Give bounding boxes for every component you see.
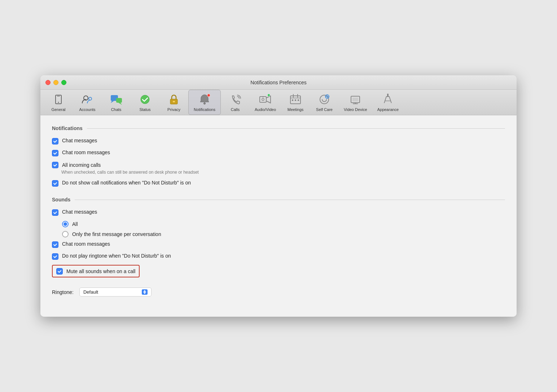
ringtone-select[interactable]: Default [79, 288, 152, 297]
tab-videodevice[interactable]: Video Device [339, 90, 372, 115]
checkbox-chat-room-messages[interactable] [52, 150, 58, 156]
audiovideo-icon [259, 93, 272, 106]
svg-rect-33 [387, 94, 389, 97]
option-chat-messages: Chat messages [52, 138, 505, 144]
svg-point-12 [203, 103, 205, 104]
svg-rect-29 [352, 98, 358, 101]
checkbox-chat-messages[interactable] [52, 138, 58, 144]
tab-status-label: Status [139, 107, 150, 112]
checkbox-mute-on-call[interactable] [56, 268, 63, 275]
tab-chats-label: Chats [111, 107, 122, 112]
label-all-incoming-calls: All incoming calls [62, 162, 101, 168]
tab-accounts-label: Accounts [79, 107, 95, 112]
tab-calls-label: Calls [231, 107, 240, 112]
videodevice-icon [349, 93, 362, 106]
option-dnd-call-notif: Do not show call notifications when "Do … [52, 180, 505, 187]
preferences-window: Notifications Preferences General [40, 75, 517, 317]
tab-videodevice-label: Video Device [344, 107, 367, 112]
mute-on-call-row: Mute all sounds when on a call [52, 265, 140, 277]
notifications-section: Notifications Chat messages Chat room me… [52, 125, 505, 187]
tab-meetings[interactable]: Meetings [281, 90, 310, 115]
label-dnd-call-notif: Do not show call notifications when "Do … [62, 180, 191, 186]
status-icon [139, 93, 152, 106]
ringtone-row: Ringtone: Default [52, 288, 505, 297]
tab-notifications[interactable]: Notifications [188, 90, 221, 115]
tab-chats[interactable]: Chats [102, 90, 131, 115]
tab-audiovideo-label: Audio/Video [255, 107, 276, 112]
notifications-section-title: Notifications [52, 125, 83, 131]
svg-rect-23 [298, 99, 299, 101]
chats-icon [110, 93, 123, 106]
sounds-section-header: Sounds [52, 197, 505, 202]
window-controls [45, 80, 66, 85]
svg-marker-14 [266, 96, 271, 103]
tab-audiovideo[interactable]: Audio/Video [250, 90, 281, 115]
label-radio-all: All [72, 221, 78, 227]
tab-general-label: General [51, 107, 65, 112]
label-sounds-chat-messages: Chat messages [62, 209, 97, 215]
subtext-incoming-calls: When unchecked, calls can still be answe… [52, 170, 199, 175]
svg-point-4 [89, 97, 92, 100]
accounts-icon [81, 93, 94, 106]
svg-point-2 [58, 102, 59, 103]
svg-rect-22 [295, 99, 296, 101]
label-chat-messages: Chat messages [62, 138, 97, 143]
select-arrows-icon [142, 289, 148, 295]
radio-row-first-only: Only the first message per conversation [52, 231, 505, 237]
selfcare-icon [318, 93, 331, 106]
tab-calls[interactable]: Calls [221, 90, 250, 115]
tab-status[interactable]: Status [131, 90, 159, 115]
ringtone-value: Default [83, 289, 98, 295]
arrow-down-icon [143, 292, 146, 294]
toolbar: General Accounts [40, 90, 517, 115]
checkbox-sounds-chat-messages[interactable] [52, 209, 58, 216]
notifications-icon [198, 93, 211, 106]
tab-appearance[interactable]: Appearance [372, 90, 404, 115]
titlebar: Notifications Preferences [40, 75, 517, 90]
checkbox-chat-room-sounds[interactable] [52, 241, 58, 248]
notifications-divider [87, 128, 505, 129]
radio-row-all: All [52, 221, 505, 227]
label-chat-room-messages: Chat room messages [62, 150, 110, 155]
tab-accounts[interactable]: Accounts [73, 90, 102, 115]
appearance-icon [381, 93, 394, 106]
privacy-icon [167, 93, 180, 106]
tab-privacy[interactable]: Privacy [159, 90, 188, 115]
radio-all[interactable] [62, 221, 69, 227]
maximize-button[interactable] [61, 80, 66, 85]
notification-dot [207, 94, 210, 97]
checkbox-dnd-call-notif[interactable] [52, 180, 58, 187]
label-radio-first-only: Only the first message per conversation [72, 231, 161, 237]
sounds-divider [75, 200, 505, 200]
option-chat-room-messages: Chat room messages [52, 150, 505, 156]
sounds-section-title: Sounds [52, 197, 70, 202]
ringtone-label: Ringtone: [52, 289, 74, 295]
window-title: Notifications Preferences [250, 80, 307, 85]
radio-first-only[interactable] [62, 231, 69, 237]
minimize-button[interactable] [53, 80, 58, 85]
tab-selfcare[interactable]: Self Care [310, 90, 339, 115]
notifications-section-header: Notifications [52, 125, 505, 131]
option-dnd-ringtone: Do not play ringtone when "Do Not Distur… [52, 253, 505, 260]
arrow-up-icon [143, 290, 146, 292]
label-mute-on-call: Mute all sounds when on a call [66, 268, 135, 274]
calls-icon [229, 93, 242, 106]
meetings-icon [289, 93, 302, 106]
svg-rect-21 [292, 99, 293, 101]
tab-privacy-label: Privacy [167, 107, 180, 112]
svg-marker-6 [111, 101, 114, 103]
checkbox-all-incoming-calls[interactable] [52, 162, 58, 168]
label-chat-room-sounds: Chat room messages [62, 241, 110, 247]
checkbox-dnd-ringtone[interactable] [52, 253, 58, 260]
content-area: Notifications Chat messages Chat room me… [40, 115, 517, 317]
highlighted-mute-row: Mute all sounds when on a call [52, 265, 505, 282]
sounds-section: Sounds Chat messages All Only the first … [52, 197, 505, 297]
svg-rect-1 [57, 96, 60, 97]
svg-point-9 [141, 95, 149, 104]
tab-general[interactable]: General [44, 90, 73, 115]
option-all-incoming-calls: All incoming calls When unchecked, calls… [52, 161, 505, 175]
svg-marker-8 [118, 103, 122, 105]
tab-meetings-label: Meetings [288, 107, 304, 112]
option-chat-room-sounds: Chat room messages [52, 241, 505, 248]
close-button[interactable] [45, 80, 51, 85]
